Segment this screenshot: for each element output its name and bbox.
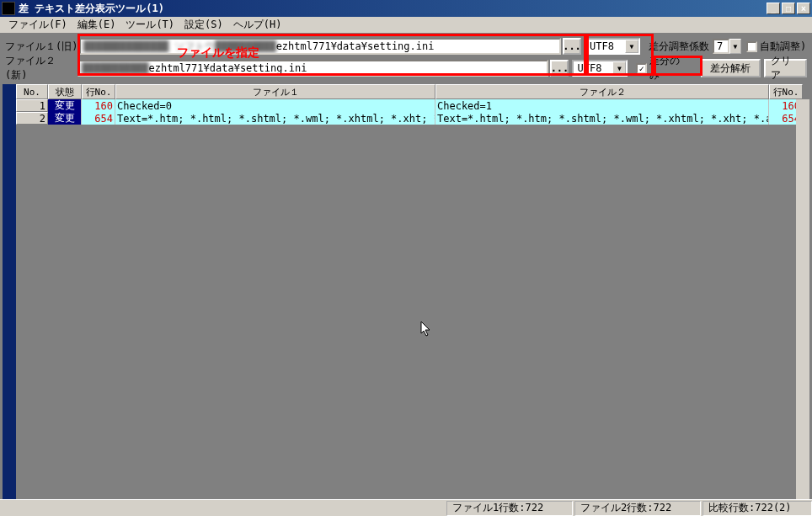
file1-encoding-select[interactable]: UTF8 ▼ [585, 38, 640, 55]
adjust-factor-label: 差分調整係数 [649, 40, 709, 54]
app-icon [2, 2, 15, 15]
toolbar: ファイル１(旧) ██████████████ ソフトウ██████████ez… [0, 34, 812, 86]
menu-file[interactable]: ファイル(F) [3, 16, 72, 34]
file1-label: ファイル１(旧) [5, 40, 79, 54]
diff-grid: No. 状態 行No. ファイル１ ファイル２ 行No. 1 変更 160 Ch… [16, 84, 809, 499]
file1-browse-button[interactable]: ... [563, 38, 581, 55]
chevron-down-icon: ▼ [729, 39, 741, 54]
statusbar: ファイル1行数:722 ファイル2行数:722 比較行数:722(2) [0, 499, 812, 516]
status-compare-lines: 比較行数:722(2) [702, 501, 812, 516]
analyze-button[interactable]: 差分解析 [701, 59, 761, 77]
adjust-factor-select[interactable]: 7 ▼ [713, 39, 741, 54]
auto-adjust-checkbox[interactable]: 自動調整) [746, 40, 806, 54]
chevron-down-icon: ▼ [612, 61, 626, 75]
table-row[interactable]: 1 変更 160 Checked=0 Checked=1 160 [16, 99, 809, 112]
diff-grid-area: No. 状態 行No. ファイル１ ファイル２ 行No. 1 変更 160 Ch… [3, 84, 809, 499]
menu-tool[interactable]: ツール(T) [120, 16, 179, 34]
file2-path-input[interactable]: ███████████ezhtml771¥data¥setting.ini [77, 60, 548, 77]
menu-edit[interactable]: 編集(E) [72, 16, 121, 34]
window-title: 差 テキスト差分表示ツール(1) [19, 2, 767, 16]
status-file2-lines: ファイル2行数:722 [574, 501, 701, 516]
file1-path-input[interactable]: ██████████████ ソフトウ██████████ezhtml771¥d… [79, 38, 561, 55]
menubar: ファイル(F) 編集(E) ツール(T) 設定(S) ヘルプ(H) [0, 17, 812, 34]
titlebar: 差 テキスト差分表示ツール(1) _ □ × [0, 0, 812, 17]
file2-label: ファイル２(新) [5, 54, 77, 82]
chevron-down-icon: ▼ [625, 40, 638, 53]
minimize-button[interactable]: _ [767, 3, 780, 14]
close-button[interactable]: × [797, 3, 810, 14]
table-row[interactable]: 2 変更 654 Text=*.htm; *.html; *.shtml; *.… [16, 112, 809, 125]
checkbox-icon [746, 41, 757, 52]
maximize-button[interactable]: □ [782, 3, 795, 14]
file2-browse-button[interactable]: ... [550, 60, 569, 77]
clear-button[interactable]: クリア [764, 59, 807, 77]
header-lineno2[interactable]: 行No. [769, 84, 803, 99]
menu-help[interactable]: ヘルプ(H) [228, 16, 287, 34]
grid-header-row: No. 状態 行No. ファイル１ ファイル２ 行No. [16, 84, 809, 99]
vertical-scrollbar[interactable] [796, 99, 809, 499]
file2-encoding-select[interactable]: UTF8 ▼ [572, 60, 628, 77]
header-no[interactable]: No. [16, 84, 48, 99]
header-lineno1[interactable]: 行No. [82, 84, 115, 99]
checkbox-icon: ✓ [636, 63, 647, 74]
header-file1[interactable]: ファイル１ [115, 84, 435, 99]
diff-navigator-bar[interactable] [3, 84, 16, 499]
header-file2[interactable]: ファイル２ [435, 84, 769, 99]
diff-only-checkbox[interactable]: ✓ 差分のみ [636, 54, 689, 82]
header-state[interactable]: 状態 [48, 84, 82, 99]
menu-settings[interactable]: 設定(S) [179, 16, 228, 34]
status-file1-lines: ファイル1行数:722 [446, 501, 573, 516]
